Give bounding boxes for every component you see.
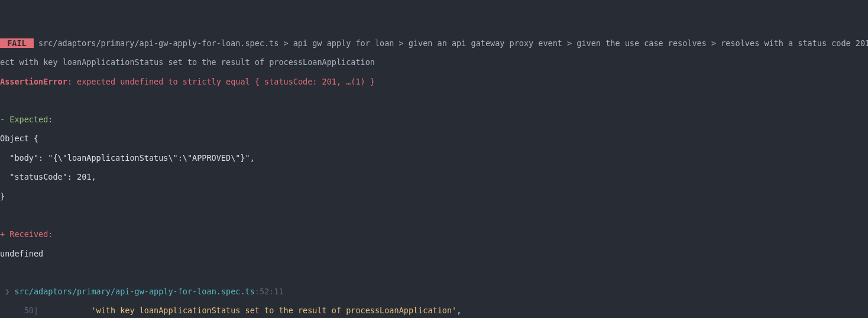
- received-label: + Received:: [0, 229, 868, 239]
- stack-loc: :52:11: [255, 287, 284, 296]
- chevron-icon: >: [399, 38, 404, 48]
- test-file-path: src/adaptors/primary/api-gw-apply-for-lo…: [38, 38, 278, 48]
- crumb: given the use case resolves: [576, 38, 706, 48]
- stack-caret-icon: ❯: [0, 287, 14, 296]
- assertion-error: AssertionError: expected undefined to st…: [0, 77, 868, 86]
- crumb: api gw apply for loan: [293, 38, 394, 48]
- crumb: resolves with a status code 201: [721, 38, 868, 48]
- expected-line: Object {: [0, 134, 868, 143]
- expected-line: "body": "{\"loanApplicationStatus\":\"AP…: [0, 153, 868, 163]
- expected-line: }: [0, 192, 868, 201]
- fail-badge: FAIL: [0, 38, 34, 48]
- received-value: undefined: [0, 249, 868, 258]
- code-punct: ,: [456, 306, 461, 315]
- expected-label: - Expected:: [0, 115, 868, 124]
- chevron-icon: >: [283, 38, 288, 48]
- chevron-icon: >: [567, 38, 572, 48]
- stack-frame: ❯ src/adaptors/primary/api-gw-apply-for-…: [0, 287, 868, 296]
- crumb: given an api gateway proxy event: [409, 38, 562, 48]
- chevron-icon: >: [711, 38, 716, 48]
- test-title-wrap: ect with key loanApplicationStatus set t…: [0, 57, 868, 67]
- assertion-msg: : expected undefined to strictly equal {…: [67, 77, 375, 86]
- expected-line: "statusCode": 201,: [0, 172, 868, 181]
- code-string: 'with key loanApplicationStatus set to t…: [91, 306, 456, 315]
- test-header: FAIL src/adaptors/primary/api-gw-apply-f…: [0, 38, 868, 48]
- stack-file: src/adaptors/primary/api-gw-apply-for-lo…: [14, 287, 254, 296]
- code-line: 50| 'with key loanApplicationStatus set …: [0, 306, 868, 315]
- assertion-name: AssertionError: [0, 77, 67, 86]
- line-number: 50: [24, 306, 34, 315]
